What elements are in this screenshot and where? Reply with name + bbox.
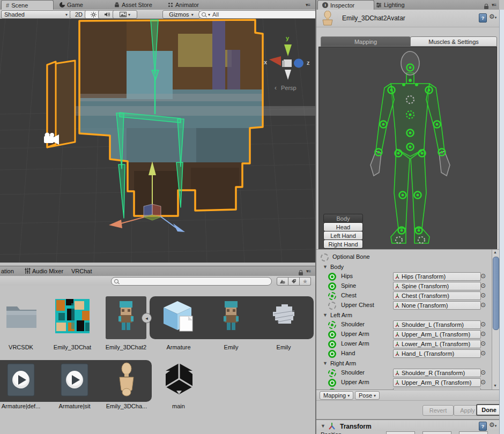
position-z-field[interactable] [459,431,488,434]
game-pacman-icon [60,2,65,8]
tab-game[interactable]: Game [55,0,87,10]
tab-animation[interactable]: ation [1,268,14,274]
help-book-icon[interactable]: ? [479,13,487,23]
sun-icon [91,12,97,18]
inspector-info-icon: i [322,2,328,8]
scene-viewport[interactable]: y x z ‹ Persp [0,19,316,263]
filter-by-label-button[interactable] [288,277,300,286]
bone-object-field[interactable]: Lower_Arm_L (Transform) [393,340,481,348]
pose-menu-button[interactable]: Pose▾ [355,391,380,400]
object-picker-icon[interactable]: ⊙ [480,349,486,357]
inspector-scrollbar[interactable] [499,10,504,434]
bone-row-left-hand: Hand Hand_L (Transform) ⊙ [316,349,492,358]
asset-label: Armature|sit [49,403,100,409]
asset-emily-model[interactable] [214,299,248,333]
tab-scene[interactable]: # Scene [1,0,54,10]
persp-icon[interactable]: ‹ [275,84,277,92]
bone-row-chest: Chest Chest (Transform) ⊙ [316,291,492,301]
bone-object-field[interactable]: Spine (Transform) [393,282,481,290]
tab-lighting-label: Lighting [384,2,405,8]
object-picker-icon[interactable]: ⊙ [480,291,486,299]
bone-group-right-arm[interactable]: ▼Right Arm [316,358,492,368]
bone-object-field[interactable]: Upper_Arm_L (Transform) [393,330,481,339]
bone-name: Lower Arm [341,340,369,347]
filter-by-type-button[interactable] [277,277,288,286]
object-picker-icon[interactable]: ⊙ [480,378,486,386]
gear-icon[interactable]: ⚙▾ [489,13,496,20]
tab-lighting[interactable]: Lighting [372,0,409,10]
scroll-up-arrow[interactable]: ▲ [493,250,497,254]
done-button[interactable]: Done [476,404,502,416]
revert-button[interactable]: Revert [423,405,454,416]
gear-icon[interactable]: ⚙▾ [489,421,496,429]
help-book-icon[interactable]: ? [479,422,487,431]
avatar-part-button-right-hand[interactable]: Right Hand [323,240,363,249]
asset-emily-3dchat2-model[interactable] [109,299,143,333]
project-panel-menu-icon[interactable]: ▾≡ [306,268,310,274]
inspector-lock-icon[interactable] [484,6,488,9]
persp-label[interactable]: Persp [281,85,297,91]
scroll-down-arrow[interactable]: ▼ [493,384,497,387]
subasset-expander-button[interactable]: ◂ [142,313,152,323]
asset-label: Emily_3DChat [47,344,98,350]
bone-group-body[interactable]: ▼Body [316,262,492,272]
tab-mapping[interactable]: Mapping [321,36,411,47]
bone-object-field[interactable]: Shoulder_L (Transform) [393,320,481,329]
bone-object-value: Lower_Arm_L (Transform) [402,341,470,347]
tab-inspector[interactable]: i Inspector [317,0,374,10]
favorites-button[interactable]: ★ [300,277,311,286]
bone-group-left-arm[interactable]: ▼Left Arm [316,310,492,320]
mapping-footer-bar: Mapping▾ Pose▾ [316,390,499,401]
bone-object-field[interactable]: Hand_L (Transform) [393,349,481,358]
object-picker-icon[interactable]: ⊙ [480,320,486,328]
bone-object-field[interactable]: Hips (Transform) [393,272,481,281]
asset-main-scene[interactable] [164,362,195,396]
inspector-panel-menu-icon[interactable]: ▾≡ [492,2,496,8]
object-picker-icon[interactable]: ⊙ [480,330,486,338]
asset-emily-avatar[interactable] [114,362,139,398]
position-x-field[interactable] [386,431,415,434]
tab-asset-store[interactable]: Asset Store [110,0,157,10]
avatar-part-button-head[interactable]: Head [323,222,363,231]
asset-armature-sit-clip[interactable] [61,363,88,396]
position-y-field[interactable] [423,431,451,434]
asset-armature-prefab[interactable] [161,299,196,333]
mapping-menu-button[interactable]: Mapping▾ [320,391,353,400]
asset-armature-default-clip[interactable] [7,363,35,396]
scrollbar-thumb[interactable] [493,257,499,330]
object-picker-icon[interactable]: ⊙ [480,340,486,347]
asset-emily-3dchat-texture[interactable] [55,299,90,333]
shading-mode-dropdown[interactable]: Shaded▾ [1,10,71,19]
bone-object-field[interactable]: None (Transform) [393,301,481,310]
object-picker-icon[interactable]: ⊙ [480,272,486,280]
tab-vrchat[interactable]: VRChat [71,268,92,274]
bone-name: Upper Chest [341,302,374,308]
asset-label: Emily_3DCha... [101,403,152,409]
unity-editor-window: # Scene Game Asset Store Animator ▾≡ Sha… [0,0,504,434]
revert-label: Revert [429,407,447,414]
avatar-part-button-body[interactable]: Body [323,214,363,223]
scene-panel-menu-icon[interactable]: ▾≡ [306,2,310,8]
effects-dropdown-button[interactable]: ▾ [113,10,137,19]
avatar-part-button-left-hand[interactable]: Left Hand [323,231,363,240]
tab-animator[interactable]: Animator [164,0,203,10]
position-row-clipped: Position [316,431,499,434]
transform-component-header[interactable]: ▼ Transform ? ⚙▾ [316,419,499,432]
bone-object-field[interactable]: Upper_Arm_R (Transform) [393,378,481,387]
bone-state-icon [328,302,336,310]
object-picker-icon[interactable]: ⊙ [480,301,486,309]
project-lock-icon[interactable] [299,272,303,275]
avatar-mapping-diagram[interactable]: Body Head Left Hand Right Hand [318,47,497,250]
scene-search-input[interactable]: ▾ All [198,10,318,19]
tab-audio-mixer[interactable]: Audio Mixer [32,268,63,274]
gizmos-dropdown[interactable]: Gizmos▾ [162,10,200,19]
project-search-input[interactable] [111,277,272,286]
asset-vrcsdk[interactable] [4,299,39,333]
tab-muscles-settings[interactable]: Muscles & Settings [410,36,497,47]
object-picker-icon[interactable]: ⊙ [480,282,486,289]
bone-object-field[interactable]: Chest (Transform) [393,291,481,300]
bone-object-field[interactable]: Shoulder_R (Transform) [393,369,481,377]
object-picker-icon[interactable]: ⊙ [480,369,486,376]
foldout-icon[interactable]: ▼ [321,423,325,429]
asset-emily-mesh[interactable] [266,299,301,333]
